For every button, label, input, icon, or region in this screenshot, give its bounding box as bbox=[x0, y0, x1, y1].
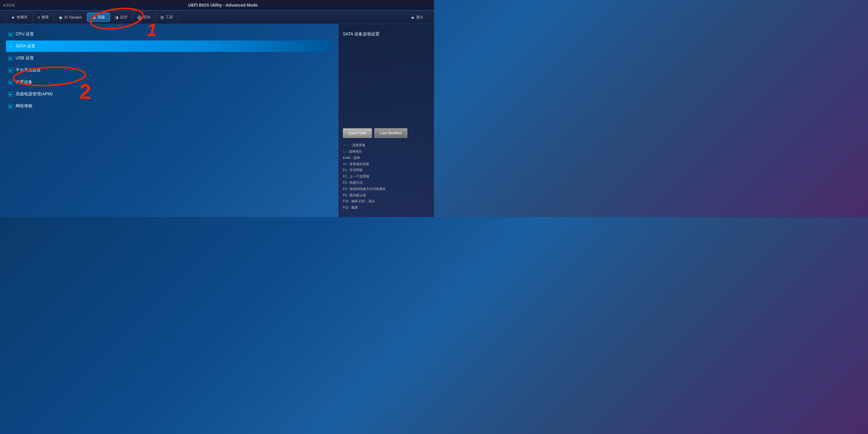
help-line-7: F3 : 快捷方式 bbox=[343, 180, 430, 186]
nav-overview-label: 概要 bbox=[42, 15, 49, 20]
list-icon: ≡ bbox=[37, 15, 40, 20]
menu-cpu[interactable]: ▶ CPU 设置 bbox=[6, 29, 332, 40]
nav-advanced-label: 高级 bbox=[98, 15, 105, 20]
nav-boot-label: 启动 bbox=[143, 15, 151, 20]
help-line-5: F1 : 开启帮助 bbox=[343, 167, 430, 173]
help-line-1: →← : 选择屏幕 bbox=[343, 143, 430, 148]
menu-usb-label: USB 设置 bbox=[16, 56, 34, 61]
right-panel: SATA 设备选项设置 Quick Note Last Modified →← … bbox=[338, 24, 434, 217]
help-line-4: +/- : 变更项目设置 bbox=[343, 161, 430, 167]
menu-platform-label: 平台其他设置 bbox=[16, 67, 41, 73]
quick-note-button[interactable]: Quick Note bbox=[343, 128, 372, 138]
help-line-9: F5 : 最佳默认值 bbox=[343, 192, 430, 198]
arrow-icon-usb: ▶ bbox=[8, 56, 13, 61]
nav-favorites[interactable]: ★ 收藏夹 bbox=[6, 13, 33, 22]
monitor-icon: ◑ bbox=[115, 15, 118, 20]
nav-tools-label: 工具 bbox=[166, 15, 173, 20]
arrow-icon-apm: ▶ bbox=[8, 92, 13, 96]
arrow-icon-platform: ▶ bbox=[8, 68, 13, 72]
menu-sata-label: SATA 设置 bbox=[16, 43, 35, 49]
help-text: →← : 选择屏幕 ↑↓ : 选择项目 Enter : 选择 +/- : 变更项… bbox=[343, 143, 430, 211]
star-icon: ★ bbox=[11, 15, 15, 20]
nav-advanced[interactable]: ⊕ 高级 bbox=[87, 12, 110, 22]
nav-bar: ★ 收藏夹 ≡ 概要 ◉ AI Tweaker ⊕ 高级 ◑ 监控 ⏻ 启动 ⊞… bbox=[0, 11, 434, 24]
menu-apm[interactable]: ▶ 高级电源管理(APM) bbox=[6, 88, 332, 100]
arrow-icon-sata: ▶ bbox=[8, 44, 13, 49]
menu-builtin-label: 内置设备 bbox=[16, 80, 32, 85]
menu-apm-label: 高级电源管理(APM) bbox=[16, 91, 53, 97]
asus-logo: ASUS bbox=[3, 3, 15, 7]
nav-overview[interactable]: ≡ 概要 bbox=[33, 13, 54, 22]
menu-usb[interactable]: ▶ USB 设置 bbox=[6, 53, 332, 64]
nav-monitor-label: 监控 bbox=[120, 15, 127, 20]
nav-exit-label: 退出 bbox=[416, 15, 423, 20]
nav-tools[interactable]: ⊞ 工具 bbox=[156, 13, 178, 22]
help-line-2: ↑↓ : 选择项目 bbox=[343, 149, 430, 155]
last-modified-button[interactable]: Last Modified bbox=[374, 128, 407, 138]
power-icon: ⏻ bbox=[137, 15, 142, 20]
menu-platform[interactable]: ▶ 平台其他设置 bbox=[6, 64, 332, 76]
menu-sata[interactable]: ▶ SATA 设置 bbox=[6, 40, 332, 52]
nav-favorites-label: 收藏夹 bbox=[17, 15, 28, 20]
menu-builtin[interactable]: ▶ 内置设备 bbox=[6, 76, 332, 88]
help-line-11: F12 : 截屏 bbox=[343, 205, 430, 211]
main-content: ▶ CPU 设置 ▶ SATA 设置 ▶ USB 设置 ▶ 平台其他设置 ▶ 内… bbox=[0, 24, 434, 217]
right-panel-title: SATA 设备选项设置 bbox=[343, 31, 430, 37]
title-bar: ASUS UEFI BIOS Utility - Advanced Mode bbox=[0, 0, 434, 11]
advanced-icon: ⊕ bbox=[92, 15, 96, 20]
nav-ai-tweaker[interactable]: ◉ AI Tweaker bbox=[54, 13, 87, 22]
left-panel: ▶ CPU 设置 ▶ SATA 设置 ▶ USB 设置 ▶ 平台其他设置 ▶ 内… bbox=[0, 24, 338, 217]
nav-ai-tweaker-label: AI Tweaker bbox=[64, 15, 82, 20]
title-bar-text: UEFI BIOS Utility - Advanced Mode bbox=[15, 3, 431, 7]
help-line-10: F10 : 储存 ESC : 退出 bbox=[343, 198, 430, 205]
nav-monitor[interactable]: ◑ 监控 bbox=[110, 13, 132, 22]
menu-cpu-label: CPU 设置 bbox=[16, 31, 34, 37]
help-line-8: F4 : 添加到快捷方式与收藏夹 bbox=[343, 186, 430, 192]
help-line-6: F2 : 上一个设置值 bbox=[343, 174, 430, 180]
arrow-icon-cpu: ▶ bbox=[8, 32, 13, 37]
nav-boot[interactable]: ⏻ 启动 bbox=[132, 13, 156, 22]
right-panel-spacer bbox=[343, 43, 430, 128]
button-row: Quick Note Last Modified bbox=[343, 128, 430, 138]
menu-network-label: 网络堆栈 bbox=[16, 103, 32, 109]
ai-icon: ◉ bbox=[59, 15, 62, 20]
menu-network[interactable]: ▶ 网络堆栈 bbox=[6, 100, 332, 112]
exit-icon: ⏏ bbox=[411, 15, 414, 20]
arrow-icon-builtin: ▶ bbox=[8, 80, 13, 85]
nav-exit[interactable]: ⏏ 退出 bbox=[406, 13, 428, 22]
tools-icon: ⊞ bbox=[160, 15, 164, 20]
help-line-3: Enter : 选择 bbox=[343, 155, 430, 161]
arrow-icon-network: ▶ bbox=[8, 104, 13, 108]
